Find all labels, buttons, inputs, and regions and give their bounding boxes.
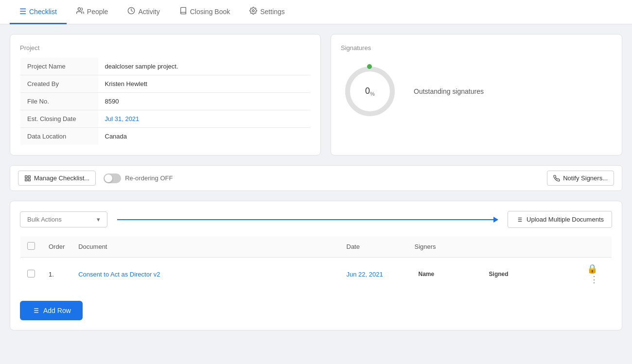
people-icon [76, 7, 84, 17]
row-document-cell: Consent to Act as Director v2 [71, 258, 339, 291]
field-value: 8590 [98, 93, 311, 110]
closing-date-link[interactable]: Jul 31, 2021 [105, 115, 140, 122]
checklist-icon: ☰ [19, 7, 26, 16]
signer-header-row: Name Signed [415, 269, 566, 279]
svg-rect-7 [28, 179, 30, 181]
field-label: Project Name [20, 58, 98, 75]
svg-point-0 [78, 8, 80, 10]
upload-icon [516, 216, 523, 223]
table-row: File No. 8590 [20, 93, 311, 110]
signer-table: Name Signed [415, 269, 566, 279]
reorder-label: Re-ordering OFF [125, 174, 173, 182]
add-row-icon [32, 307, 39, 314]
row-checkbox[interactable] [27, 270, 35, 277]
donut-value: 0% [365, 86, 375, 97]
row-signers-cell: Name Signed [408, 258, 573, 291]
signatures-card: Signatures 0% Outstanding signatures [331, 34, 622, 156]
tab-checklist[interactable]: ☰ Checklist [10, 0, 67, 24]
field-label: File No. [20, 93, 98, 110]
signatures-content: 0% Outstanding signatures [341, 57, 612, 121]
field-value: dealcloser sample project. [98, 58, 311, 75]
top-section: Project Project Name dealcloser sample p… [10, 34, 622, 156]
upload-multiple-documents-button[interactable]: Upload Multiple Documents [508, 211, 612, 228]
project-title: Project [20, 44, 311, 52]
dropdown-arrow-icon: ▾ [97, 216, 100, 223]
row-checkbox-cell [20, 258, 42, 291]
outstanding-text: Outstanding signatures [414, 87, 484, 95]
tab-closing-book[interactable]: Closing Book [170, 0, 240, 24]
lock-icon[interactable]: 🔒 [587, 264, 597, 274]
reorder-toggle[interactable] [104, 173, 121, 183]
manage-icon [24, 175, 31, 182]
top-navigation: ☰ Checklist People Activity [0, 0, 632, 24]
header-document: Document [71, 236, 339, 258]
field-value: Jul 31, 2021 [98, 110, 311, 128]
settings-icon [249, 7, 257, 17]
row-order-cell: 1. [42, 258, 71, 291]
select-all-checkbox[interactable] [27, 242, 35, 250]
header-signers: Signers [408, 236, 573, 258]
field-label: Data Location [20, 128, 98, 145]
reorder-toggle-container: Re-ordering OFF [104, 173, 173, 183]
bulk-actions-dropdown[interactable]: Bulk Actions ▾ [20, 211, 107, 227]
add-row-button[interactable]: Add Row [20, 301, 83, 320]
documents-table: Order Document Date Signers 1. Consent t… [20, 236, 612, 291]
header-actions [573, 236, 612, 258]
field-label: Created By [20, 75, 98, 93]
donut-chart: 0% [341, 62, 399, 121]
tab-activity[interactable]: Activity [118, 0, 169, 24]
arrow-line [117, 219, 498, 220]
signatures-title: Signatures [341, 44, 612, 52]
header-order: Order [42, 236, 71, 258]
tab-settings[interactable]: Settings [240, 0, 295, 24]
green-dot-indicator [367, 64, 372, 69]
header-date: Date [340, 236, 408, 258]
signer-name-header: Name [415, 269, 485, 279]
row-date-cell: Jun 22, 2021 [340, 258, 408, 291]
table-row: Data Location Canada [20, 128, 311, 145]
notify-signers-button[interactable]: Notify Signers... [547, 171, 614, 186]
header-checkbox-col [20, 236, 42, 258]
bulk-actions-bar: Bulk Actions ▾ Upload Multiple Documents [20, 211, 612, 228]
table-header-row: Order Document Date Signers [20, 236, 612, 258]
table-row: Est. Closing Date Jul 31, 2021 [20, 110, 311, 128]
more-options-icon[interactable]: ⋮ [590, 275, 598, 284]
row-actions-cell: 🔒 ⋮ [573, 258, 612, 291]
tab-people[interactable]: People [67, 0, 118, 24]
field-value: Kristen Hewlett [98, 75, 311, 93]
svg-rect-4 [25, 175, 27, 177]
activity-icon [127, 7, 135, 17]
project-table: Project Name dealcloser sample project. … [20, 57, 311, 145]
table-row: 1. Consent to Act as Director v2 Jun 22,… [20, 258, 612, 291]
field-value: Canada [98, 128, 311, 145]
svg-rect-6 [25, 179, 27, 181]
notify-icon [553, 175, 560, 182]
document-date: Jun 22, 2021 [347, 271, 383, 278]
field-label: Est. Closing Date [20, 110, 98, 128]
document-link[interactable]: Consent to Act as Director v2 [78, 271, 160, 278]
project-card: Project Project Name dealcloser sample p… [10, 34, 321, 156]
table-row: Project Name dealcloser sample project. [20, 58, 311, 75]
checklist-section: Bulk Actions ▾ Upload Multiple Documents [10, 201, 622, 330]
arrow-indicator [117, 219, 498, 220]
svg-rect-5 [28, 175, 30, 177]
signer-signed-header: Signed [485, 269, 566, 279]
table-row: Created By Kristen Hewlett [20, 75, 311, 93]
svg-point-2 [252, 10, 254, 12]
manage-checklist-button[interactable]: Manage Checklist... [18, 171, 96, 186]
toolbar: Manage Checklist... Re-ordering OFF Noti… [10, 165, 622, 191]
book-icon [179, 7, 187, 17]
main-content: Project Project Name dealcloser sample p… [0, 24, 632, 340]
